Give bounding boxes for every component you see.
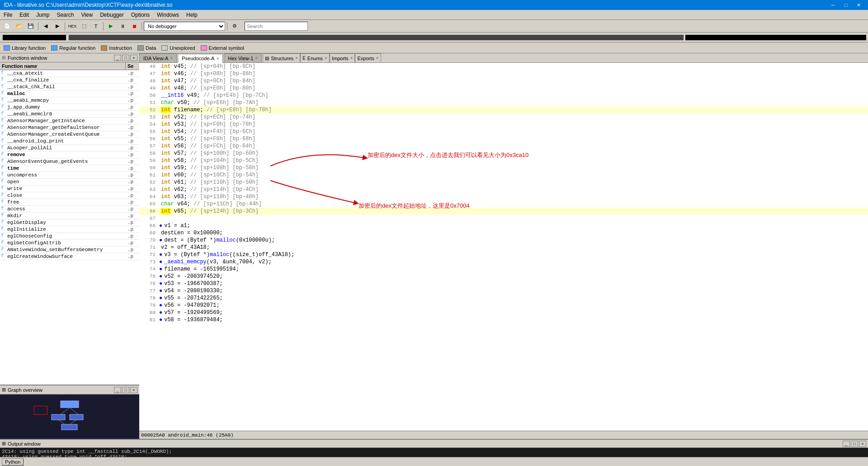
function-row[interactable]: fASensorEventQueue_getEvents.p (0, 158, 139, 165)
panel-minimize[interactable]: _ (114, 55, 121, 61)
tab-imports-close[interactable]: × (350, 56, 353, 61)
code-line[interactable]: 63 int v62; // [sp+114h] [bp-4Ch] (139, 186, 868, 193)
function-row[interactable]: fremove.p (0, 152, 139, 158)
back-button[interactable]: ◀ (40, 21, 51, 31)
code-line[interactable]: 69 destLen = 0x100000; (139, 229, 868, 237)
graph-canvas[interactable] (0, 395, 139, 439)
code-line[interactable]: 55 int v54; // [sp+F4h] [bp-6Ch] (139, 128, 868, 135)
output-close[interactable]: × (859, 441, 866, 447)
tab-hex-view[interactable]: Hex View-1 × (224, 53, 262, 62)
code-line[interactable]: 73● _aeabi_memcpy(v3, &unk_7004, v2); (139, 258, 868, 266)
tab-enums-area[interactable]: E Enums × (300, 53, 330, 62)
code-line[interactable]: 80● v57 = -1920499569; (139, 309, 868, 316)
function-row[interactable]: fwrite.p (0, 185, 139, 192)
tab-structures-area[interactable]: ▤ Structures × (263, 53, 300, 62)
function-row[interactable]: fASensorManager_getDefaultSensor.p (0, 124, 139, 131)
code-line[interactable]: 77● v54 = -2000190330; (139, 287, 868, 295)
menu-options[interactable]: Options (127, 10, 153, 19)
save-button[interactable]: 💾 (25, 21, 36, 31)
code-line[interactable]: 58 int v57; // [sp+100h] [bp-60h] (139, 150, 868, 157)
menu-jump[interactable]: Jump (33, 10, 53, 19)
code-line[interactable]: 78● v55 = -2071422265; (139, 295, 868, 302)
code-line[interactable]: 46 int v45; // [sp+04h] [bp-8Ch] (139, 63, 868, 70)
code-line[interactable]: 76● v53 = -1966700387; (139, 280, 868, 287)
tab-hex-view-close[interactable]: × (255, 56, 258, 61)
open-button[interactable]: 📂 (14, 21, 24, 31)
code-line[interactable]: 62 int v61; // [sp+110h] [bp-50h] (139, 179, 868, 186)
debugger-select[interactable]: No debugger (144, 22, 225, 31)
python-button[interactable]: Python (2, 458, 24, 466)
menu-file[interactable]: File (0, 10, 16, 19)
search-input[interactable] (245, 22, 308, 31)
panel-maximize[interactable]: □ (122, 55, 129, 61)
function-row[interactable]: fASensorManager_createEventQueue.p (0, 131, 139, 138)
code-line[interactable]: 52 int filename; // [sp+E8h] [bp-78h] (139, 106, 868, 114)
function-row[interactable]: ffree.p (0, 199, 139, 206)
code-line[interactable]: 61 int v60; // [sp+10Ch] [bp-54h] (139, 171, 868, 179)
function-row[interactable]: fmkdir.p (0, 213, 139, 219)
menu-help[interactable]: Help (183, 10, 201, 19)
code-line[interactable]: 72● v3 = (Bytef *)malloc((size_t)off_43A… (139, 251, 868, 258)
code-line[interactable]: 49 int v48; // [sp+E0h] [bp-80h] (139, 85, 868, 92)
nav-indicator[interactable] (3, 35, 66, 40)
function-row[interactable]: fmalloc.p (0, 90, 139, 97)
output-maximize[interactable]: □ (851, 441, 858, 447)
function-row[interactable]: f__aeabi_memclr8.p (0, 111, 139, 118)
code-line[interactable]: 53 int v52; // [sp+ECh] [bp-74h] (139, 114, 868, 121)
menu-windows[interactable]: Windows (153, 10, 183, 19)
code-line[interactable]: 56 int v55; // [sp+F8h] [bp-68h] (139, 135, 868, 143)
function-row[interactable]: fj_app_dummy.p (0, 104, 139, 111)
graph-maximize[interactable]: □ (122, 387, 129, 393)
pause-button[interactable]: ⏸ (117, 21, 128, 31)
panel-close[interactable]: × (130, 55, 137, 61)
function-row[interactable]: feglChooseConfig.p (0, 233, 139, 240)
output-minimize[interactable]: _ (843, 441, 850, 447)
code-line[interactable]: 51 char v50; // [sp+E6h] [bp-7Ah] (139, 99, 868, 106)
code-line[interactable]: 54 int v53; // [sp+F0h] [bp-70h] (139, 121, 868, 128)
function-row[interactable]: f__android_log_print.p (0, 138, 139, 145)
function-row[interactable]: feglGetConfigAttrib.p (0, 240, 139, 247)
minimize-button[interactable]: ─ (827, 0, 839, 10)
function-row[interactable]: f__cxa_atexit.p (0, 70, 139, 77)
function-row[interactable]: f__stack_chk_fail.p (0, 84, 139, 90)
tab-exports-close[interactable]: × (376, 56, 379, 61)
close-button[interactable]: ✕ (853, 0, 864, 10)
function-row[interactable]: fANativeWindow_setBuffersGeometry.p (0, 247, 139, 253)
code-area[interactable]: 46 int v45; // [sp+04h] [bp-8Ch]47 int v… (139, 63, 868, 431)
function-row[interactable]: f__aeabi_memcpy.p (0, 97, 139, 104)
function-row[interactable]: fclose.p (0, 192, 139, 199)
functions-table[interactable]: Function name Se f__cxa_atexit.pf__cxa_f… (0, 62, 139, 385)
run-button[interactable]: ▶ (105, 21, 116, 31)
code-line[interactable]: 66 int v65; // [sp+124h] [bp-3Ch] (139, 208, 868, 215)
code-line[interactable]: 67 (139, 215, 868, 222)
menu-debugger[interactable]: Debugger (96, 10, 127, 19)
forward-button[interactable]: ▶ (52, 21, 63, 31)
code-line[interactable]: 74● filename = -1651995194; (139, 266, 868, 273)
nav-scrollbar[interactable] (69, 35, 684, 40)
hex-button[interactable]: HEX (67, 21, 78, 31)
code-line[interactable]: 59 int v58; // [sp+104h] [bp-5Ch] (139, 157, 868, 164)
code-line[interactable]: 81● v58 = -1936879484; (139, 316, 868, 323)
tab-pseudocode[interactable]: Pseudocode-A × (178, 54, 223, 63)
graph-minimize[interactable]: _ (114, 387, 121, 393)
code-line[interactable]: 48 int v47; // [sp+0Ch] [bp-84h] (139, 77, 868, 85)
tab-ida-view[interactable]: IDA View-A × (139, 53, 177, 62)
function-row[interactable]: funcompress.p (0, 172, 139, 179)
code-line[interactable]: 68● v1 = a1; (139, 222, 868, 229)
graph-close[interactable]: × (130, 387, 137, 393)
code-line[interactable]: 50 __int16 v49; // [sp+E4h] [bp-7Ch] (139, 92, 868, 99)
graph-button[interactable]: ⬚ (79, 21, 90, 31)
function-row[interactable]: ftime.p (0, 165, 139, 172)
code-line[interactable]: 60 int v59; // [sp+108h] [bp-58h] (139, 164, 868, 171)
function-row[interactable]: fALooper_pollAll.p (0, 145, 139, 152)
code-line[interactable]: 64 int v63; // [sp+118h] [bp-48h] (139, 193, 868, 200)
tab-ida-view-close[interactable]: × (170, 56, 173, 61)
function-row[interactable]: f__cxa_finalize.p (0, 77, 139, 84)
new-button[interactable]: 📄 (2, 21, 13, 31)
function-row[interactable]: fASensorManager_getInstance.p (0, 118, 139, 124)
code-line[interactable]: 75● v52 = -2003974520; (139, 273, 868, 280)
function-row[interactable]: feglGetDisplay.p (0, 219, 139, 226)
tab-imports-area[interactable]: Imports × (330, 53, 355, 62)
menu-view[interactable]: View (77, 10, 96, 19)
code-line[interactable]: 71 v2 = off_43A18; (139, 244, 868, 251)
